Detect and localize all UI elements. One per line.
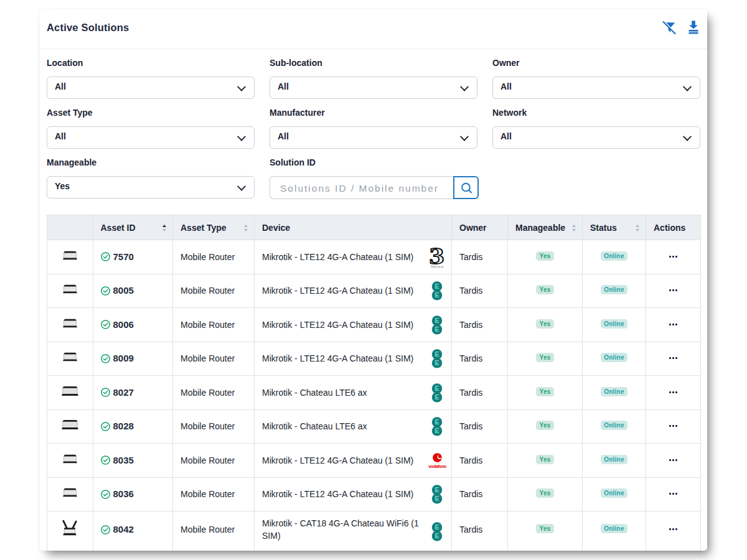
svg-text:E: E — [435, 291, 439, 299]
svg-text:E: E — [435, 495, 439, 502]
svg-text:E: E — [435, 418, 439, 426]
svg-text:E: E — [435, 523, 439, 531]
svg-text:E: E — [435, 486, 439, 493]
svg-text:E: E — [435, 385, 439, 392]
svg-text:E: E — [435, 393, 439, 401]
svg-text:E: E — [435, 427, 439, 434]
svg-text:E: E — [435, 532, 439, 539]
svg-text:E: E — [435, 350, 439, 358]
svg-text:E: E — [435, 282, 439, 290]
svg-text:E: E — [435, 317, 439, 324]
svg-text:vodafone: vodafone — [428, 464, 446, 468]
svg-text:E: E — [435, 325, 439, 333]
svg-text:E: E — [435, 359, 439, 366]
